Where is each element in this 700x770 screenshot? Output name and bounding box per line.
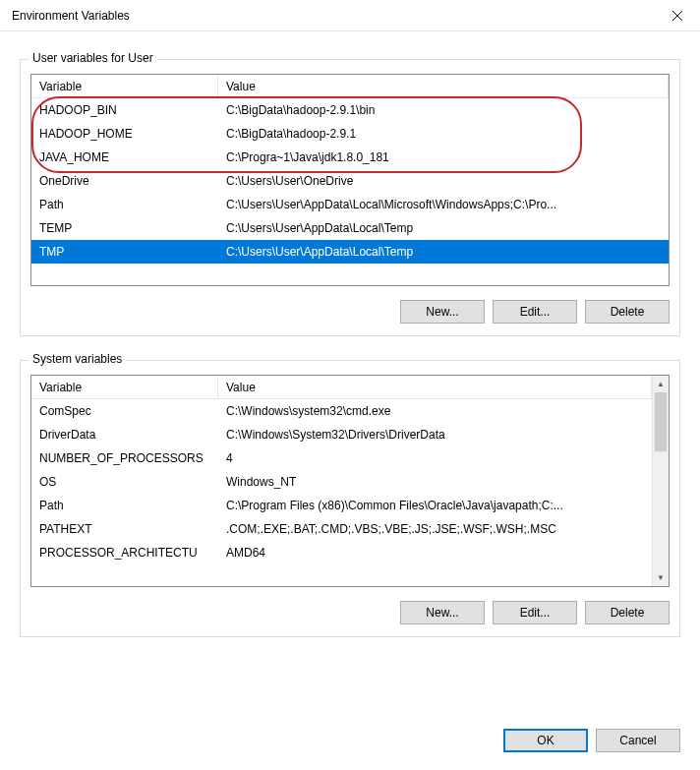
user-col-value[interactable]: Value xyxy=(218,76,669,97)
var-value-cell: C:\Users\User\AppData\Local\Microsoft\Wi… xyxy=(218,195,669,214)
var-value-cell: C:\Windows\System32\Drivers\DriverData xyxy=(218,425,652,444)
var-name-cell: TMP xyxy=(31,242,218,262)
var-value-cell: C:\Users\User\OneDrive xyxy=(218,171,669,191)
system-list-header: Variable Value xyxy=(31,376,669,399)
var-name-cell: OS xyxy=(31,472,218,492)
var-name-cell: Path xyxy=(31,496,218,515)
var-name-cell: PROCESSOR_ARCHITECTU xyxy=(31,543,218,563)
scroll-thumb[interactable] xyxy=(655,392,667,451)
var-name-cell: NUMBER_OF_PROCESSORS xyxy=(31,448,218,468)
user-col-variable[interactable]: Variable xyxy=(31,76,218,97)
var-value-cell: AMD64 xyxy=(218,543,652,563)
table-row[interactable]: PROCESSOR_ARCHITECTUAMD64 xyxy=(31,541,652,564)
user-delete-button[interactable]: Delete xyxy=(585,300,670,324)
var-value-cell: 4 xyxy=(218,448,652,468)
var-value-cell: C:\BigData\hadoop-2.9.1 xyxy=(218,124,669,144)
close-button[interactable] xyxy=(655,0,700,31)
system-delete-button[interactable]: Delete xyxy=(585,601,670,624)
system-list-body: ComSpecC:\Windows\system32\cmd.exeDriver… xyxy=(31,399,669,564)
user-variables-list[interactable]: Variable Value HADOOP_BINC:\BigData\hado… xyxy=(30,74,670,286)
system-col-value[interactable]: Value xyxy=(218,377,652,398)
dialog-content: User variables for User Variable Value H… xyxy=(0,31,700,725)
user-button-row: New... Edit... Delete xyxy=(30,300,670,324)
titlebar: Environment Variables xyxy=(0,0,700,31)
system-variables-list[interactable]: Variable Value ComSpecC:\Windows\system3… xyxy=(30,375,670,587)
table-row[interactable]: PathC:\Program Files (x86)\Common Files\… xyxy=(31,494,652,517)
var-name-cell: DriverData xyxy=(31,425,218,444)
system-edit-button[interactable]: Edit... xyxy=(493,601,577,624)
scroll-up-button[interactable]: ▲ xyxy=(653,376,669,392)
var-value-cell: C:\Users\User\AppData\Local\Temp xyxy=(218,218,669,238)
var-name-cell: Path xyxy=(31,195,218,214)
var-value-cell: Windows_NT xyxy=(218,472,652,492)
user-variables-group: User variables for User Variable Value H… xyxy=(20,59,680,336)
system-col-variable[interactable]: Variable xyxy=(31,377,218,398)
close-icon xyxy=(672,11,682,21)
window-title: Environment Variables xyxy=(12,9,655,23)
cancel-button[interactable]: Cancel xyxy=(596,729,680,752)
table-row[interactable]: PATHEXT.COM;.EXE;.BAT;.CMD;.VBS;.VBE;.JS… xyxy=(31,517,652,541)
table-row[interactable]: NUMBER_OF_PROCESSORS4 xyxy=(31,446,652,470)
scroll-down-button[interactable]: ▼ xyxy=(653,569,669,586)
table-row[interactable]: HADOOP_BINC:\BigData\hadoop-2.9.1\bin xyxy=(31,98,669,122)
var-name-cell: HADOOP_BIN xyxy=(31,100,218,120)
var-value-cell: C:\Windows\system32\cmd.exe xyxy=(218,401,652,421)
env-vars-dialog: Environment Variables User variables for… xyxy=(0,0,700,770)
var-name-cell: JAVA_HOME xyxy=(31,148,218,167)
var-value-cell: C:\Progra~1\Java\jdk1.8.0_181 xyxy=(218,148,669,167)
table-row[interactable]: HADOOP_HOMEC:\BigData\hadoop-2.9.1 xyxy=(31,122,669,146)
system-variables-group: System variables Variable Value ComSpecC… xyxy=(20,360,680,637)
system-scrollbar[interactable]: ▲ ▼ xyxy=(652,376,669,586)
var-name-cell: OneDrive xyxy=(31,171,218,191)
var-value-cell: C:\BigData\hadoop-2.9.1\bin xyxy=(218,100,669,120)
var-value-cell: C:\Users\User\AppData\Local\Temp xyxy=(218,242,669,262)
table-row[interactable]: OSWindows_NT xyxy=(31,470,652,494)
var-value-cell: C:\Program Files (x86)\Common Files\Orac… xyxy=(218,496,652,515)
dialog-button-row: OK Cancel xyxy=(0,725,700,770)
var-name-cell: ComSpec xyxy=(31,401,218,421)
table-row[interactable]: JAVA_HOMEC:\Progra~1\Java\jdk1.8.0_181 xyxy=(31,146,669,169)
user-edit-button[interactable]: Edit... xyxy=(493,300,577,324)
table-row[interactable]: TEMPC:\Users\User\AppData\Local\Temp xyxy=(31,216,669,240)
var-value-cell: .COM;.EXE;.BAT;.CMD;.VBS;.VBE;.JS;.JSE;.… xyxy=(218,519,652,539)
system-new-button[interactable]: New... xyxy=(400,601,485,624)
system-button-row: New... Edit... Delete xyxy=(30,601,670,624)
user-group-label: User variables for User xyxy=(29,51,157,65)
ok-button[interactable]: OK xyxy=(503,729,588,752)
table-row[interactable]: PathC:\Users\User\AppData\Local\Microsof… xyxy=(31,193,669,216)
user-list-header: Variable Value xyxy=(31,75,669,98)
var-name-cell: PATHEXT xyxy=(31,519,218,539)
table-row[interactable]: ComSpecC:\Windows\system32\cmd.exe xyxy=(31,399,652,423)
user-list-body: HADOOP_BINC:\BigData\hadoop-2.9.1\binHAD… xyxy=(31,98,669,264)
table-row[interactable]: TMPC:\Users\User\AppData\Local\Temp xyxy=(31,240,669,264)
table-row[interactable]: OneDriveC:\Users\User\OneDrive xyxy=(31,169,669,193)
table-row[interactable]: DriverDataC:\Windows\System32\Drivers\Dr… xyxy=(31,423,652,446)
var-name-cell: HADOOP_HOME xyxy=(31,124,218,144)
user-new-button[interactable]: New... xyxy=(400,300,485,324)
var-name-cell: TEMP xyxy=(31,218,218,238)
system-group-label: System variables xyxy=(29,352,126,366)
